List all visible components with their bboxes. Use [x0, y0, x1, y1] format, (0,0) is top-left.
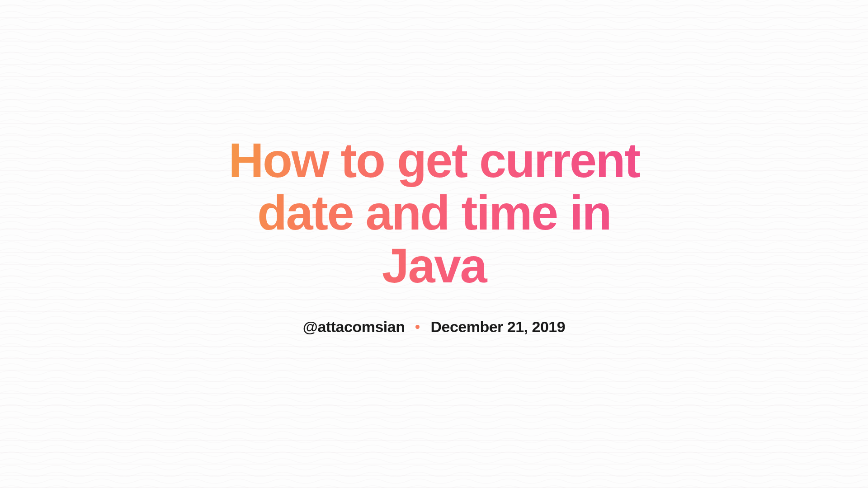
- author-handle: @attacomsian: [303, 318, 405, 336]
- article-meta: @attacomsian December 21, 2019: [203, 318, 665, 336]
- publish-date: December 21, 2019: [430, 318, 565, 336]
- article-title: How to get current date and time in Java: [203, 134, 665, 292]
- article-card: How to get current date and time in Java…: [185, 134, 683, 336]
- bullet-separator-icon: [415, 325, 420, 329]
